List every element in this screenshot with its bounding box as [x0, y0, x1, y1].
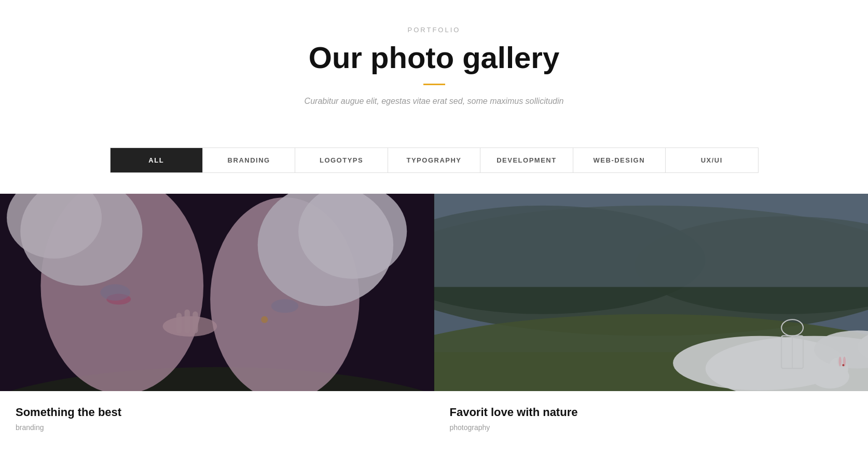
filter-tab-logotyps[interactable]: LOGOTYPS	[295, 148, 388, 172]
filter-bar: ALL BRANDING LOGOTYPS TYPOGRAPHY DEVELOP…	[110, 148, 759, 173]
title-divider	[423, 84, 445, 85]
header-section: PORTFOLIO Our photo gallery Curabitur au…	[0, 0, 868, 127]
filter-tab-ux-ui[interactable]: UX/UI	[666, 148, 757, 172]
portfolio-label: PORTFOLIO	[10, 26, 858, 34]
face-illustration-1	[0, 194, 434, 391]
gallery-item-category-2: photography	[450, 423, 853, 432]
face-illustration-2	[434, 194, 869, 391]
filter-tab-development[interactable]: DEVELOPMENT	[480, 148, 573, 172]
main-title: Our photo gallery	[10, 41, 858, 74]
filter-tab-all[interactable]: ALL	[111, 148, 203, 172]
gallery-image-2	[434, 194, 869, 391]
filter-tab-typography[interactable]: TYPOGRAPHY	[388, 148, 480, 172]
filter-tab-branding[interactable]: BRANDING	[203, 148, 295, 172]
filter-tab-web-design[interactable]: WEB-DESIGN	[573, 148, 666, 172]
gallery-grid: Something the best branding	[0, 194, 868, 442]
gallery-caption-2: Favorit love with nature photography	[434, 391, 869, 442]
svg-rect-17	[0, 194, 434, 391]
gallery-item-title-2: Favorit love with nature	[450, 406, 853, 419]
gallery-item-title-1: Something the best	[16, 406, 419, 419]
subtitle-text: Curabitur augue elit, egestas vitae erat…	[10, 97, 858, 106]
gallery-item-category-1: branding	[16, 423, 419, 432]
gallery-image-1	[0, 194, 434, 391]
svg-rect-41	[434, 194, 869, 391]
page-wrapper: PORTFOLIO Our photo gallery Curabitur au…	[0, 0, 868, 442]
gallery-caption-1: Something the best branding	[0, 391, 434, 442]
gallery-item-1[interactable]: Something the best branding	[0, 194, 434, 442]
gallery-item-2[interactable]: Favorit love with nature photography	[434, 194, 869, 442]
